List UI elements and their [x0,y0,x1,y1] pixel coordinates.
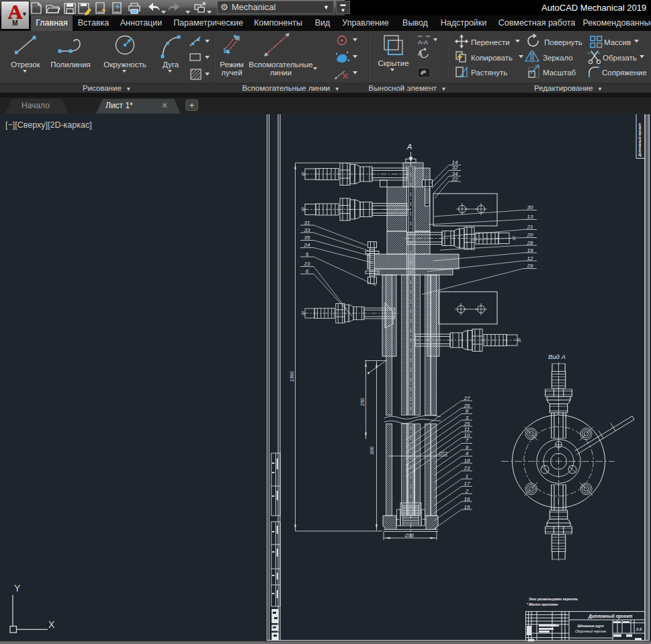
svg-text:Сборочный чертеж: Сборочный чертеж [575,629,607,633]
svg-text:8: 8 [466,408,469,414]
svg-text:12: 12 [527,255,533,261]
svg-text:X: X [48,619,55,630]
svg-text:* Место приломки: * Место приломки [527,602,558,606]
svg-text:Дипломный проект: Дипломный проект [638,122,642,157]
svg-text:4: 4 [466,450,469,456]
svg-text:20: 20 [301,311,305,316]
svg-text:250: 250 [360,398,365,407]
svg-text:24: 24 [304,242,310,248]
svg-text:20: 20 [301,207,305,212]
svg-text:7: 7 [466,438,469,444]
svg-text:Штанга-щуп: Штанга-щуп [577,624,604,628]
svg-text:Вид А: Вид А [548,353,566,360]
svg-text:A-A: A-A [418,39,428,46]
svg-text:35: 35 [304,235,310,241]
svg-text:9: 9 [466,444,469,450]
svg-text:800: 800 [370,446,374,454]
svg-text:5: 5 [306,251,309,257]
svg-text:∅36: ∅36 [404,533,414,538]
svg-text:20: 20 [527,232,533,238]
svg-text:20: 20 [517,337,521,343]
svg-text:30: 30 [527,204,533,210]
svg-text:27: 27 [464,395,470,401]
svg-text:Эти развальцовки кернить: Эти развальцовки кернить [529,597,578,601]
svg-text:21: 21 [527,224,533,230]
svg-text:17: 17 [464,481,470,487]
svg-text:15: 15 [464,504,470,510]
svg-text:29: 29 [527,263,533,269]
svg-text:1: 1 [466,473,468,479]
svg-text:2: 2 [465,488,469,494]
svg-text:18: 18 [464,458,470,464]
svg-text:16: 16 [464,496,470,502]
svg-text:22: 22 [451,176,458,182]
svg-text:19: 19 [527,247,533,253]
svg-text:Дипломный проект: Дипломный проект [588,614,632,619]
svg-text:33: 33 [304,227,310,233]
svg-text:20: 20 [301,171,305,177]
svg-text:23: 23 [304,261,310,267]
svg-text:23: 23 [464,465,470,471]
svg-text:31: 31 [304,220,310,226]
svg-text:1:2: 1:2 [636,627,642,631]
svg-text:13: 13 [527,214,533,220]
svg-text:28: 28 [527,240,533,246]
svg-text:1390: 1390 [290,371,294,382]
svg-text:3: 3 [466,415,469,421]
svg-text:Y: Y [14,583,21,594]
svg-text:6: 6 [306,268,309,274]
svg-text:A: A [406,143,412,151]
